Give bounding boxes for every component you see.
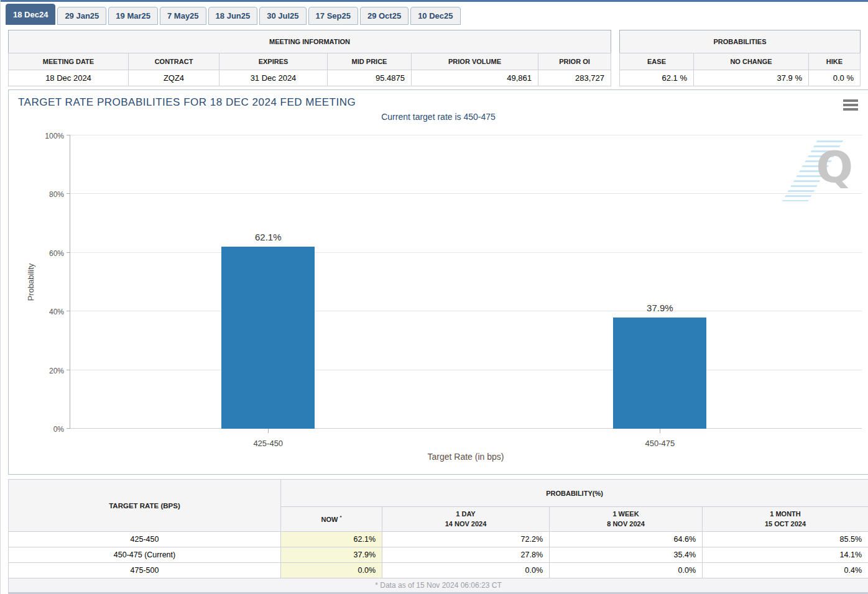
now-value: 62.1% [281,532,382,547]
prior-volume-value: 49,861 [412,70,538,86]
meeting-date-value: 18 Dec 2024 [9,70,129,86]
gridline-20 [70,370,862,370]
gridline-40 [70,311,862,311]
tab-label: 18 Dec24 [13,10,48,19]
tab-label: 7 May25 [167,11,199,21]
ease-value: 62.1 % [620,70,694,86]
y-tick [67,193,70,194]
table-row: 450-475 (Current) 37.9% 27.8% 35.4% 14.1… [9,547,868,563]
col-1-month: 1 MONTH15 OCT 2024 [703,507,868,532]
now-value: 0.0% [281,563,382,578]
day-value: 72.2% [382,532,550,547]
mid-price-value: 95.4875 [328,70,412,86]
bar-425-450 [221,247,315,429]
tab-18-dec24[interactable]: 18 Dec24 [6,4,55,25]
col-contract: CONTRACT [129,53,219,70]
probability-pct-header: PROBABILITY(%) [281,480,868,507]
col-1-day: 1 DAY14 NOV 2024 [382,507,550,532]
tab-29-oct25[interactable]: 29 Oct25 [360,7,409,25]
y-tick [67,252,70,253]
tab-label: 17 Sep25 [316,11,351,21]
col-hike: HIKE [809,53,861,70]
tab-label: 19 Mar25 [116,11,150,21]
col-now: NOW * [281,507,382,532]
week-value: 35.4% [550,547,703,563]
data-as-of-footnote: * Data as of 15 Nov 2024 06:06:23 CT [9,578,868,593]
prior-oi-value: 283,727 [538,70,611,86]
quikstrike-watermark: Q [795,140,859,203]
x-axis-line [70,428,862,429]
no-change-value: 37.9 % [694,70,809,86]
y-tick-label-0: 0% [35,425,64,434]
now-value: 37.9% [281,547,382,563]
y-tick [67,135,70,135]
gridline-80 [70,193,862,194]
day-value: 27.8% [382,547,550,563]
target-rate-chart-panel: TARGET RATE PROBABILITIES FOR 18 DEC 202… [8,89,868,475]
x-tick-label-425-450: 425-450 [218,439,318,448]
week-value: 0.0% [550,563,703,578]
col-ease: EASE [620,53,694,70]
col-expires: EXPIRES [219,53,328,70]
bar-value-label-425-450: 62.1% [221,232,315,242]
tab-10-dec25[interactable]: 10 Dec25 [410,7,460,25]
tab-18-jun25[interactable]: 18 Jun25 [208,7,258,25]
bar-450-475 [613,318,706,429]
probabilities-title: PROBABILITIES [620,30,861,53]
y-axis-title: Probability [26,263,35,301]
bar-value-label-450-475: 37.9% [613,303,706,313]
gridline-100 [70,135,862,135]
month-value: 14.1% [703,547,868,563]
chart-subtitle: Current target rate is 450-475 [9,112,868,122]
tab-19-mar25[interactable]: 19 Mar25 [108,7,158,25]
target-rate-bps-header: TARGET RATE (BPS) [9,480,281,532]
tab-29-jan25[interactable]: 29 Jan25 [57,7,106,25]
month-value: 0.4% [703,563,868,578]
tab-7-may25[interactable]: 7 May25 [160,7,206,25]
tab-30-jul25[interactable]: 30 Jul25 [259,7,306,25]
bar-chart-plot-area: 0% 20% 40% 60% 80% 100% Probability Q 62… [70,135,862,429]
y-tick [67,311,70,311]
y-tick-label-60: 60% [35,249,64,258]
gridline-60 [70,252,862,253]
col-meeting-date: MEETING DATE [9,53,129,70]
hike-value: 0.0 % [809,70,861,86]
rate-label: 450-475 (Current) [9,547,281,563]
x-tick [660,429,660,433]
contract-value: ZQZ4 [129,70,219,86]
x-axis-title: Target Rate (in bps) [70,452,862,462]
fedwatch-page: { "tabs": [ { "label": "18 Dec24", "acti… [0,0,868,594]
chart-title: TARGET RATE PROBABILITIES FOR 18 DEC 202… [18,96,356,109]
rate-label: 475-500 [9,563,281,578]
col-prior-volume: PRIOR VOLUME [412,53,538,70]
meeting-information-table: MEETING INFORMATION MEETING DATE CONTRAC… [8,30,611,86]
col-no-change: NO CHANGE [694,53,809,70]
table-row: 475-500 0.0% 0.0% 0.0% 0.4% [9,563,868,578]
tab-label: 10 Dec25 [418,11,453,21]
expires-value: 31 Dec 2024 [219,70,328,86]
y-tick-label-100: 100% [35,132,64,140]
x-tick-label-450-475: 450-475 [610,439,709,448]
rate-label: 425-450 [9,532,281,547]
table-footnote-row: * Data as of 15 Nov 2024 06:06:23 CT [9,578,868,593]
tab-label: 29 Oct25 [367,11,401,21]
table-row: 425-450 62.1% 72.2% 64.6% 85.5% [9,532,868,547]
col-1-week: 1 WEEK8 NOV 2024 [550,507,703,532]
tab-label: 29 Jan25 [65,11,99,21]
footnote-marker: * [339,514,341,520]
week-value: 64.6% [550,532,703,547]
hamburger-menu-icon[interactable] [843,99,858,112]
y-tick [67,428,70,429]
x-tick [268,429,269,433]
day-value: 0.0% [382,563,550,578]
tab-17-sep25[interactable]: 17 Sep25 [308,7,358,25]
summary-tables-row: MEETING INFORMATION MEETING DATE CONTRAC… [8,30,861,86]
col-prior-oi: PRIOR OI [538,53,611,70]
meeting-information-title: MEETING INFORMATION [9,30,611,53]
tab-label: 30 Jul25 [267,11,298,21]
y-tick [67,370,70,370]
col-mid-price: MID PRICE [328,53,412,70]
y-tick-label-20: 20% [35,367,64,375]
watermark-q-letter: Q [816,145,853,189]
y-tick-label-80: 80% [35,190,64,199]
